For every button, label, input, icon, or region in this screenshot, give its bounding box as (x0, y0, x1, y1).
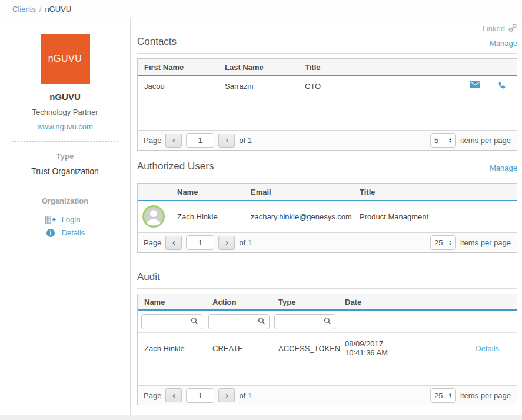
breadcrumb-clients-link[interactable]: Clients (12, 5, 36, 14)
user-email: zachary.hinkle@genesys.com (251, 212, 360, 221)
breadcrumb: Clients / nGUVU (0, 0, 522, 18)
linked-label: Linked (483, 24, 505, 33)
contact-last-name: Sarrazin (218, 82, 298, 91)
prev-page-button[interactable]: ‹ (165, 388, 182, 402)
page-number-input[interactable] (186, 235, 214, 250)
authorized-users-title: Authorized Users (137, 161, 214, 172)
items-per-page-value: 5 (434, 136, 438, 145)
items-per-page-label: items per page (460, 136, 511, 145)
search-input[interactable] (212, 317, 258, 326)
contacts-manage-link[interactable]: Manage (490, 39, 517, 48)
column-header-type: Type (272, 298, 338, 306)
action-filter-input[interactable] (208, 314, 270, 329)
search-icon (191, 317, 198, 326)
page-label: Page (144, 238, 161, 247)
user-title: Product Managment (360, 212, 517, 221)
audit-filter-row (138, 311, 517, 333)
audit-date: 08/09/2017 10:41:36 AM (338, 335, 412, 362)
contact-first-name: Jacou (138, 82, 218, 91)
client-name: nGUVU (0, 92, 130, 102)
login-icon (45, 216, 56, 224)
audit-table-header: Name Action Type Date (138, 294, 517, 311)
organization-login-link[interactable]: Login (45, 215, 85, 224)
column-header-date: Date (338, 298, 412, 306)
table-row[interactable]: Jacou Sarrazin CTO (138, 76, 517, 96)
page-label: Page (144, 136, 161, 145)
page-number-input[interactable] (186, 133, 214, 148)
prev-page-button[interactable]: ‹ (165, 134, 182, 148)
empty-rows-area (138, 96, 517, 130)
table-row[interactable]: Zach Hinkle zachary.hinkle@genesys.com P… (138, 201, 517, 232)
client-logo: nGUVU (41, 34, 90, 84)
page-bottom-strip (0, 415, 522, 420)
linked-chain-icon (508, 24, 517, 34)
items-per-page-value: 25 (434, 238, 443, 247)
authorized-users-table-header: Name Email Title (138, 184, 517, 201)
page-count-label: of 1 (239, 136, 252, 145)
details-label: Details (62, 228, 85, 237)
breadcrumb-separator: / (39, 5, 42, 14)
sidebar-divider (12, 186, 118, 186)
type-value: Trust Organization (0, 166, 130, 176)
search-icon (258, 317, 265, 326)
user-name: Zach Hinkle (177, 212, 251, 221)
column-header-name: Name (177, 188, 251, 196)
column-header-title: Title (360, 188, 517, 196)
client-subtitle: Technology Partner (0, 108, 130, 116)
contacts-pagination: Page ‹ › of 1 5 ▲▼ items per page (138, 130, 517, 150)
column-header-action: Action (206, 298, 272, 306)
search-input[interactable] (145, 317, 191, 326)
search-input[interactable] (278, 317, 324, 326)
table-row[interactable]: Zach Hinkle CREATE ACCESS_TOKEN 08/09/20… (138, 333, 517, 364)
column-header-title: Title (298, 63, 446, 72)
authorized-users-section-header: Authorized Users Manage (137, 161, 517, 178)
client-sidebar: nGUVU nGUVU Technology Partner www.nguvu… (0, 18, 131, 415)
items-per-page-value: 25 (434, 391, 443, 400)
audit-title: Audit (137, 271, 160, 283)
audit-details-link[interactable]: Details (476, 344, 499, 353)
linked-status: Linked (137, 18, 517, 34)
items-per-page-label: items per page (460, 238, 511, 247)
name-filter-input[interactable] (141, 314, 202, 329)
avatar (142, 205, 165, 228)
items-per-page-label: items per page (460, 391, 511, 400)
type-filter-input[interactable] (274, 314, 335, 329)
items-per-page-select[interactable]: 25 ▲▼ (430, 388, 456, 403)
email-icon[interactable] (470, 81, 480, 92)
contact-title: CTO (298, 82, 446, 91)
authorized-users-manage-link[interactable]: Manage (490, 164, 517, 172)
next-page-button[interactable]: › (218, 388, 235, 402)
client-logo-text: nGUVU (48, 54, 82, 64)
organization-details-link[interactable]: Details (45, 228, 85, 237)
info-icon (45, 229, 56, 237)
column-header-name: Name (138, 298, 206, 306)
page-number-input[interactable] (186, 388, 214, 403)
audit-section-header: Audit (137, 271, 517, 289)
page-label: Page (144, 391, 161, 400)
authorized-users-pagination: Page ‹ › of 1 25 ▲▼ items per page (138, 232, 517, 252)
breadcrumb-current: nGUVU (45, 5, 71, 14)
contacts-table: First Name Last Name Title Jacou Sarrazi… (137, 58, 517, 151)
next-page-button[interactable]: › (218, 134, 235, 148)
column-header-last-name: Last Name (218, 63, 298, 72)
column-header-email: Email (251, 188, 360, 196)
stepper-icon: ▲▼ (448, 138, 452, 144)
audit-table: Name Action Type Date (137, 294, 517, 405)
main-content: Linked Contacts Manage First Name Last N… (131, 18, 522, 415)
organization-label: Organization (0, 196, 130, 205)
items-per-page-select[interactable]: 25 ▲▼ (430, 235, 456, 250)
items-per-page-select[interactable]: 5 ▲▼ (430, 133, 456, 148)
client-website-link[interactable]: www.nguvu.com (0, 122, 130, 131)
next-page-button[interactable]: › (218, 236, 235, 250)
page-count-label: of 1 (239, 238, 252, 247)
prev-page-button[interactable]: ‹ (165, 236, 182, 250)
stepper-icon: ▲▼ (448, 240, 452, 246)
audit-type: ACCESS_TOKEN (272, 339, 338, 358)
audit-action: CREATE (206, 339, 272, 358)
type-label: Type (0, 152, 130, 161)
audit-pagination: Page ‹ › of 1 25 ▲▼ items per page (138, 385, 517, 405)
login-label: Login (62, 215, 81, 224)
stepper-icon: ▲▼ (448, 392, 452, 398)
phone-icon[interactable] (497, 81, 506, 92)
contacts-section-header: Contacts Manage (137, 36, 517, 54)
